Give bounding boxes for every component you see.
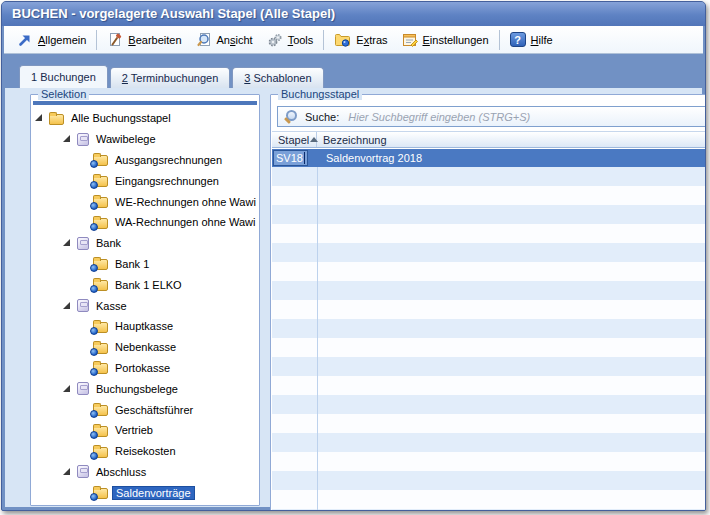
tab-schablonen[interactable]: 3 Schablonen	[232, 67, 323, 88]
table-header: Stapel Bezeichnung	[272, 131, 706, 148]
tree-item[interactable]: WE-Rechnungen ohne Wawi	[32, 191, 258, 212]
expand-triangle-icon[interactable]	[61, 133, 73, 145]
tree-item[interactable]: Alle Buchungsstapel	[32, 108, 258, 129]
stapel-edit-box[interactable]: SV18	[273, 150, 308, 166]
tree-item-icon	[93, 426, 108, 437]
tree-item[interactable]: Hauptkasse	[32, 316, 258, 337]
toolbar-button-label: Extras	[356, 34, 387, 46]
tree-item-label: WE-Rechnungen ohne Wawi	[112, 195, 258, 209]
cell-stapel[interactable]: SV18	[272, 150, 317, 166]
expand-triangle-icon[interactable]	[61, 300, 73, 312]
tree-item-icon	[49, 114, 64, 125]
tree-item[interactable]: Saldenvorträge	[32, 482, 258, 503]
column-header-label: Bezeichnung	[323, 134, 387, 146]
form-pencil-icon	[402, 32, 418, 48]
toolbar-button-tools[interactable]: Tools	[260, 30, 321, 50]
tab-buchungen[interactable]: 1 Buchungen	[19, 65, 108, 88]
tree-item-label: Alle Buchungsstapel	[68, 111, 174, 125]
tree-item[interactable]: WA-Rechnungen ohne Wawi	[32, 212, 258, 233]
tree-item-label: Reisekosten	[112, 444, 179, 458]
toolbar-button-label: Allgemein	[38, 34, 86, 46]
tree-item-label: Abschluss	[93, 465, 149, 479]
tree-item[interactable]: Bank 1	[32, 254, 258, 275]
tree-item-icon	[93, 322, 108, 333]
tree-item-label: Vertrieb	[112, 423, 156, 437]
tree-item-icon	[93, 259, 108, 270]
toolbar-button-label: Einstellungen	[423, 34, 489, 46]
column-header-bezeichnung[interactable]: Bezeichnung	[317, 132, 387, 147]
table-row-selected[interactable]: SV18 Saldenvortrag 2018	[272, 149, 706, 167]
tree-item-icon	[93, 176, 108, 187]
tree-item-icon	[93, 218, 108, 229]
folder-badge-icon	[334, 32, 351, 48]
cell-bezeichnung: Saldenvortrag 2018	[317, 152, 706, 164]
toolbar-button-label: Bearbeiten	[128, 34, 181, 46]
tab-content: Selektion Alle Buchungsstapel Wawibelege	[5, 88, 702, 507]
tree-item-icon	[93, 447, 108, 458]
hammer-page-icon	[107, 32, 123, 48]
tree-item-icon	[77, 237, 89, 250]
column-header-stapel[interactable]: Stapel	[272, 132, 317, 147]
tree-item[interactable]: Nebenkasse	[32, 337, 258, 358]
tree-item-icon	[93, 280, 108, 291]
tree-item-label: Bank 1	[112, 257, 152, 271]
tree-item[interactable]: Kasse	[32, 295, 258, 316]
tree-item[interactable]: Portokasse	[32, 358, 258, 379]
question-mark-icon	[510, 32, 526, 47]
selektion-group-label: Selektion	[38, 88, 89, 100]
expand-triangle-icon[interactable]	[61, 383, 73, 395]
tree-item-label: Geschäftsführer	[112, 403, 196, 417]
toolbar-button-label: Hilfe	[531, 34, 553, 46]
tree-item[interactable]: Reisekosten	[32, 441, 258, 462]
tree-accent-bar	[33, 101, 257, 105]
toolbar-button-bearbeiten[interactable]: Bearbeiten	[100, 30, 188, 50]
tree-item-icon	[77, 133, 89, 146]
tree-item[interactable]: Buchungsbelege	[32, 378, 258, 399]
tree-item-label: Wawibelege	[93, 132, 159, 146]
tree-item-icon	[93, 343, 108, 354]
tree-item-label: Saldenvorträge	[112, 486, 195, 500]
tree-item-label: Nebenkasse	[112, 340, 179, 354]
app-window: BUCHEN - vorgelagerte Auswahl Stapel (Al…	[1, 1, 706, 511]
tree-item-label: Ausgangsrechnungen	[112, 153, 225, 167]
tree-item-label: Portokasse	[112, 361, 173, 375]
tree-item[interactable]: Ausgangsrechnungen	[32, 150, 258, 171]
expand-triangle-icon[interactable]	[33, 112, 45, 124]
window-title: BUCHEN - vorgelagerte Auswahl Stapel (Al…	[12, 6, 335, 21]
toolbar-separator	[499, 30, 500, 50]
tree-item[interactable]: Bank 1 ELKO	[32, 274, 258, 295]
tree-item-label: Kasse	[93, 299, 130, 313]
toolbar-button-einstellungen[interactable]: Einstellungen	[395, 30, 496, 50]
tree-item[interactable]: Bank	[32, 233, 258, 254]
column-separator	[317, 167, 318, 510]
toolbar-button-hilfe[interactable]: Hilfe	[503, 30, 560, 49]
selektion-tree: Alle Buchungsstapel Wawibelege Ausgangsr…	[32, 108, 258, 504]
tree-item-icon	[77, 382, 89, 395]
tab-terminbuchungen[interactable]: 2 Terminbuchungen	[110, 67, 230, 88]
text-caret	[304, 152, 305, 164]
tree-item-icon	[93, 363, 108, 374]
tree-item-icon	[93, 155, 108, 166]
toolbar-button-allgemein[interactable]: Allgemein	[10, 30, 93, 50]
main-toolbar: Allgemein Bearbeiten Ansicht Tools Extra…	[4, 26, 703, 54]
search-input[interactable]	[346, 110, 706, 124]
tree-item[interactable]: Vertrieb	[32, 420, 258, 441]
toolbar-separator	[323, 30, 324, 50]
buchungsstapel-group-label: Buchungsstapel	[278, 88, 362, 100]
tree-item-icon	[93, 488, 108, 499]
tree-item[interactable]: Geschäftsführer	[32, 399, 258, 420]
tree-item[interactable]: Abschluss	[32, 462, 258, 483]
expand-triangle-icon[interactable]	[61, 237, 73, 249]
table-empty-rows[interactable]	[272, 167, 706, 510]
tree-item[interactable]: Wawibelege	[32, 129, 258, 150]
window-titlebar[interactable]: BUCHEN - vorgelagerte Auswahl Stapel (Al…	[2, 2, 705, 26]
toolbar-button-extras[interactable]: Extras	[327, 30, 394, 50]
search-bar[interactable]: Suche:	[277, 106, 706, 127]
tree-item-icon	[93, 405, 108, 416]
toolbar-separator	[96, 30, 97, 50]
tree-item[interactable]: Eingangsrechnungen	[32, 170, 258, 191]
gears-icon	[267, 32, 283, 48]
expand-triangle-icon[interactable]	[61, 466, 73, 478]
tree-item-icon	[93, 197, 108, 208]
toolbar-button-ansicht[interactable]: Ansicht	[189, 30, 260, 50]
